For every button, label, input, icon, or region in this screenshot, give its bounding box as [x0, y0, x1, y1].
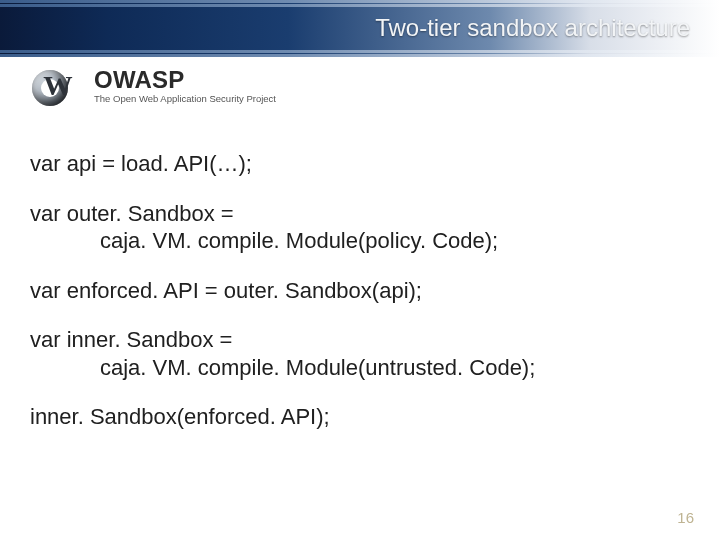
- code-block: var api = load. API(…); var outer. Sandb…: [30, 150, 690, 453]
- decorative-line: [0, 4, 720, 7]
- owasp-logo-icon: W: [30, 66, 84, 106]
- code-line: caja. VM. compile. Module(policy. Code);: [30, 227, 690, 255]
- code-line: var enforced. API = outer. Sandbox(api);: [30, 277, 690, 305]
- decorative-line: [0, 50, 720, 53]
- slide-title: Two-tier sandbox architecture: [375, 14, 690, 42]
- code-line: var inner. Sandbox =: [30, 326, 690, 354]
- header-band: Two-tier sandbox architecture: [0, 0, 720, 56]
- code-line: var api = load. API(…);: [30, 150, 690, 178]
- code-line: var outer. Sandbox =: [30, 200, 690, 228]
- owasp-logo: W OWASP The Open Web Application Securit…: [30, 66, 276, 106]
- page-number: 16: [677, 509, 694, 526]
- decorative-line: [0, 54, 720, 57]
- logo-tagline: The Open Web Application Security Projec…: [94, 93, 276, 104]
- slide: Two-tier sandbox architecture W OWASP Th…: [0, 0, 720, 540]
- code-line: caja. VM. compile. Module(untrusted. Cod…: [30, 354, 690, 382]
- logo-name: OWASP: [94, 68, 276, 92]
- decorative-line: [0, 0, 720, 3]
- code-line: inner. Sandbox(enforced. API);: [30, 403, 690, 431]
